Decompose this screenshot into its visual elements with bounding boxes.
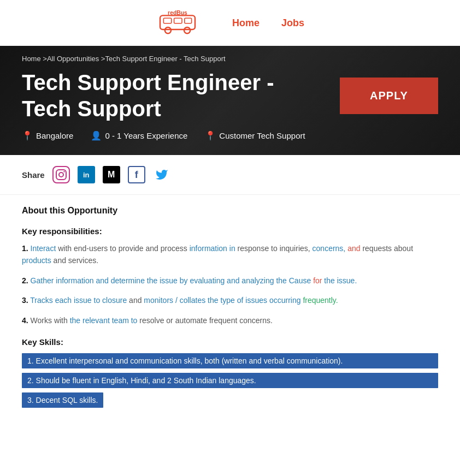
svg-rect-2 <box>174 18 182 23</box>
share-label: Share <box>22 170 45 180</box>
twitter-icon[interactable] <box>153 166 170 183</box>
nav-home[interactable]: Home <box>232 17 260 29</box>
svg-rect-0 <box>160 15 195 29</box>
logo-container[interactable]: redBus <box>156 7 199 39</box>
svg-point-4 <box>165 27 171 33</box>
content-area: About this Opportunity Key responsibilit… <box>0 195 460 434</box>
nav: Home Jobs <box>232 17 304 29</box>
skill-1: 1. Excellent interpersonal and communica… <box>22 353 438 368</box>
svg-rect-1 <box>163 18 171 23</box>
apply-button[interactable]: APPLY <box>340 78 438 114</box>
svg-point-5 <box>184 27 190 33</box>
responsibility-3: 3. Tracks each issue to closure and moni… <box>22 294 438 306</box>
responsibility-1: 1. Interact with end-users to provide an… <box>22 242 438 267</box>
header: redBus Home Jobs <box>0 0 460 46</box>
share-section: Share in M f <box>0 155 460 195</box>
breadcrumb: Home >All Opportunities >Tech Support En… <box>22 55 438 63</box>
hero-banner: Home >All Opportunities >Tech Support En… <box>0 46 460 155</box>
location-meta: 📍 Bangalore <box>22 130 73 141</box>
svg-point-9 <box>63 171 64 172</box>
job-title: Tech Support Engineer - Tech Support <box>22 69 317 122</box>
experience-meta: 👤 0 - 1 Years Experience <box>91 130 187 141</box>
skill-3: 3. Decent SQL skills. <box>22 392 103 408</box>
department-icon: 📍 <box>205 130 216 141</box>
svg-rect-3 <box>185 18 192 23</box>
medium-icon[interactable]: M <box>103 166 120 183</box>
location-icon: 📍 <box>22 130 33 141</box>
skills-title: Key Skills: <box>22 337 438 347</box>
nav-jobs[interactable]: Jobs <box>281 17 304 29</box>
about-title: About this Opportunity <box>22 206 438 216</box>
responsibility-2: 2. Gather information and determine the … <box>22 275 438 287</box>
department-meta: 📍 Customer Tech Support <box>205 130 305 141</box>
linkedin-icon[interactable]: in <box>78 166 95 183</box>
skill-2: 2. Should be fluent in English, Hindi, a… <box>22 373 438 388</box>
responsibility-4: 4. Works with the relevant team to resol… <box>22 314 438 326</box>
instagram-icon[interactable] <box>52 166 70 183</box>
experience-icon: 👤 <box>91 130 102 141</box>
svg-text:redBus: redBus <box>168 10 187 16</box>
responsibilities-title: Key responsibilities: <box>22 227 438 236</box>
svg-point-8 <box>59 172 63 177</box>
facebook-icon[interactable]: f <box>128 166 145 183</box>
